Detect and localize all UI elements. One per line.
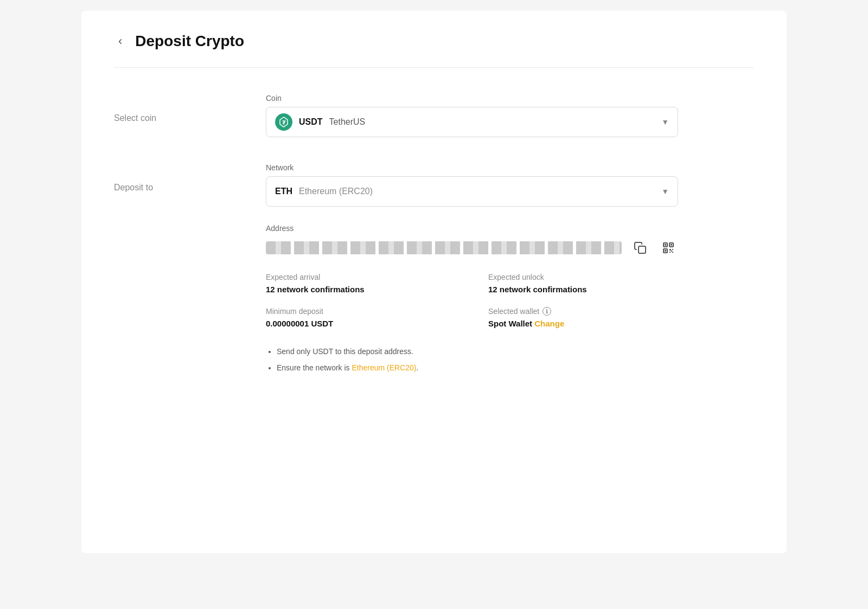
expected-arrival-label: Expected arrival: [266, 273, 456, 281]
selected-wallet-value: Spot Wallet Change: [488, 319, 678, 328]
coin-symbol: USDT: [299, 117, 323, 127]
coin-select-wrapper: ₮ USDT TetherUS ▼: [266, 107, 678, 137]
svg-rect-8: [665, 250, 666, 252]
min-deposit-label: Minimum deposit: [266, 307, 456, 316]
coin-select-left: ₮ USDT TetherUS: [275, 113, 365, 131]
note-item-1: Send only USDT to this deposit address.: [277, 345, 678, 357]
expected-unlock-item: Expected unlock 12 network confirmations: [488, 273, 678, 294]
usdt-icon: ₮: [275, 113, 292, 131]
svg-rect-4: [665, 244, 666, 246]
notes-list: Send only USDT to this deposit address. …: [266, 345, 678, 374]
note-item-2: Ensure the network is Ethereum (ERC20).: [277, 362, 678, 374]
deposit-to-section: Deposit to Network ETH Ethereum (ERC20) …: [114, 163, 754, 379]
svg-rect-13: [672, 252, 673, 253]
info-grid: Expected arrival 12 network confirmation…: [266, 273, 678, 328]
network-select-left: ETH Ethereum (ERC20): [275, 187, 373, 196]
page-title: Deposit Crypto: [135, 33, 244, 50]
svg-rect-11: [669, 252, 671, 253]
selected-wallet-label: Selected wallet ℹ: [488, 307, 678, 316]
deposit-to-content: Network ETH Ethereum (ERC20) ▼ Address: [266, 163, 678, 379]
coin-field-container: Coin ₮ USDT TetherUS: [266, 94, 678, 137]
min-deposit-item: Minimum deposit 0.00000001 USDT: [266, 307, 456, 328]
selected-wallet-item: Selected wallet ℹ Spot Wallet Change: [488, 307, 678, 328]
coin-name: TetherUS: [329, 117, 366, 127]
coin-dropdown-icon: ▼: [661, 118, 669, 126]
network-select[interactable]: ETH Ethereum (ERC20) ▼: [266, 176, 678, 207]
copy-icon: [634, 241, 647, 254]
expected-arrival-item: Expected arrival 12 network confirmation…: [266, 273, 456, 294]
network-symbol: ETH: [275, 187, 292, 196]
min-deposit-value: 0.00000001 USDT: [266, 319, 456, 328]
address-blurred: [266, 241, 622, 254]
network-select-wrapper: ETH Ethereum (ERC20) ▼: [266, 176, 678, 207]
svg-rect-12: [671, 251, 672, 252]
svg-rect-10: [672, 249, 673, 250]
expected-arrival-value: 12 network confirmations: [266, 285, 456, 294]
deposit-to-label: Deposit to: [114, 163, 222, 193]
network-dropdown-icon: ▼: [661, 187, 669, 196]
page-header: ‹ Deposit Crypto: [114, 33, 754, 68]
change-wallet-link[interactable]: Change: [534, 319, 564, 328]
expected-unlock-value: 12 network confirmations: [488, 285, 678, 294]
svg-rect-6: [671, 244, 672, 246]
address-section: Address: [266, 224, 678, 258]
coin-field-label: Coin: [266, 94, 678, 102]
select-coin-section: Select coin Coin ₮ USDT Tethe: [114, 94, 754, 137]
address-row: [266, 238, 678, 258]
svg-text:₮: ₮: [282, 120, 286, 126]
qr-icon: [662, 241, 675, 254]
network-field-label: Network: [266, 163, 678, 172]
back-button[interactable]: ‹: [114, 33, 126, 49]
content-area: Select coin Coin ₮ USDT Tethe: [114, 94, 754, 379]
coin-select[interactable]: ₮ USDT TetherUS ▼: [266, 107, 678, 137]
svg-rect-2: [639, 246, 646, 253]
info-tooltip-icon[interactable]: ℹ: [542, 307, 551, 316]
svg-rect-9: [669, 249, 671, 251]
network-highlight: Ethereum (ERC20): [352, 363, 417, 372]
network-name: Ethereum (ERC20): [299, 187, 373, 196]
qr-code-button[interactable]: [659, 238, 678, 258]
select-coin-label: Select coin: [114, 94, 222, 123]
copy-address-button[interactable]: [630, 238, 650, 258]
expected-unlock-label: Expected unlock: [488, 273, 678, 281]
address-label: Address: [266, 224, 678, 233]
